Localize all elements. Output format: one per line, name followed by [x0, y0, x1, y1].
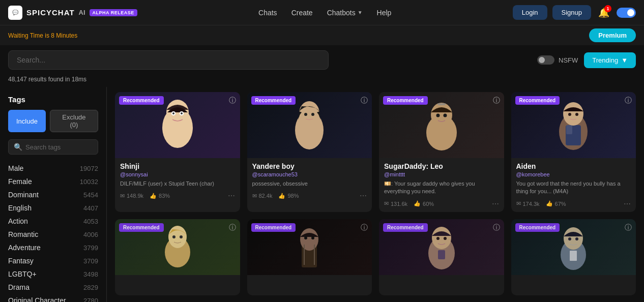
nav-create[interactable]: Create — [291, 9, 313, 17]
card-yandere-boy[interactable]: Recommended ⓘ Yandere boy @scaramouche53… — [247, 92, 372, 212]
more-icon-yandere[interactable]: ⋯ — [360, 192, 367, 200]
notification-button[interactable]: 🔔 1 — [596, 5, 611, 20]
nsfw-label: NSFW — [559, 56, 578, 64]
card-sugardaddy-leo[interactable]: Recommended ⓘ SugarDaddy: Leo @mintttt 💴… — [379, 92, 504, 212]
like-icon-shinji: 👍 — [150, 193, 157, 199]
svg-point-7 — [299, 101, 319, 126]
svg-point-26 — [300, 228, 318, 251]
card-row2-4[interactable]: Recommended ⓘ — [511, 219, 636, 295]
card-desc-yandere: possessive, obsessive — [252, 180, 367, 188]
card-name-leo: SugarDaddy: Leo — [384, 162, 499, 170]
card-author-yandere: @scaramouche53 — [252, 171, 367, 177]
card-image-yandere: Recommended ⓘ — [247, 92, 372, 158]
info-icon-row2-3[interactable]: ⓘ — [493, 223, 500, 232]
info-icon-shinji[interactable]: ⓘ — [229, 96, 236, 105]
info-icon-yandere[interactable]: ⓘ — [361, 96, 368, 105]
sidebar-title: Tags — [8, 95, 98, 104]
card-author-shinji: @sonnysai — [120, 171, 235, 177]
tag-item-action[interactable]: Action 4053 — [8, 215, 98, 228]
svg-point-12 — [436, 114, 440, 117]
include-exclude: Include Exclude (0) — [8, 110, 98, 132]
tag-item-drama[interactable]: Drama 2829 — [8, 281, 98, 294]
tag-item-lgbtq[interactable]: LGBTQ+ 3498 — [8, 267, 98, 281]
login-button[interactable]: Login — [513, 5, 547, 20]
logo-text: SPICYCHAT — [26, 8, 75, 17]
card-image-row2-3: Recommended ⓘ — [379, 219, 504, 275]
svg-point-19 — [575, 113, 578, 116]
info-icon-aiden[interactable]: ⓘ — [625, 96, 632, 105]
info-icon-leo[interactable]: ⓘ — [493, 96, 500, 105]
tag-item-original-character[interactable]: Original Character 2780 — [8, 294, 98, 302]
tag-item-fantasy[interactable]: Fantasy 3709 — [8, 254, 98, 267]
card-row2-3[interactable]: Recommended ⓘ — [379, 219, 504, 295]
card-desc-aiden: You got word that the nerd you bully has… — [516, 180, 631, 196]
like-icon-leo: 👍 — [414, 200, 421, 207]
svg-rect-40 — [570, 251, 577, 261]
svg-point-9 — [311, 113, 314, 116]
search-tags-input[interactable] — [25, 143, 107, 151]
nav-chats[interactable]: Chats — [258, 9, 277, 17]
badge-row2-1: Recommended — [119, 223, 164, 232]
badge-row2-2: Recommended — [251, 223, 296, 232]
search-input-wrap — [8, 50, 329, 70]
tag-item-english[interactable]: English 4407 — [8, 201, 98, 215]
more-icon-aiden[interactable]: ⋯ — [624, 200, 631, 208]
tag-list: Male 19072 Female 10032 Dominant 5454 En… — [8, 162, 98, 302]
card-body-aiden: Aiden @komorebee You got word that the n… — [511, 158, 636, 212]
badge-yandere: Recommended — [251, 96, 296, 105]
tag-item-male[interactable]: Male 19072 — [8, 162, 98, 175]
tag-item-dominant[interactable]: Dominant 5454 — [8, 188, 98, 201]
premium-button[interactable]: Premium — [589, 28, 636, 42]
exclude-button[interactable]: Exclude (0) — [50, 110, 98, 132]
logo-icon: 💬 — [8, 6, 22, 20]
card-row2-1[interactable]: Recommended ⓘ — [115, 219, 240, 295]
svg-point-13 — [443, 114, 447, 117]
info-icon-row2-1[interactable]: ⓘ — [229, 223, 236, 232]
include-button[interactable]: Include — [8, 110, 46, 132]
badge-leo: Recommended — [383, 96, 428, 105]
svg-rect-20 — [566, 125, 572, 134]
more-icon-shinji[interactable]: ⋯ — [228, 192, 235, 200]
search-input[interactable] — [8, 50, 329, 70]
card-body-row2-1 — [115, 275, 240, 295]
svg-point-11 — [431, 103, 452, 127]
like-icon-aiden: 👍 — [546, 200, 553, 207]
info-icon-row2-2[interactable]: ⓘ — [361, 223, 368, 232]
sidebar: Tags Include Exclude (0) 🔍 Reset Male 19… — [0, 87, 107, 302]
more-icon-leo[interactable]: ⋯ — [492, 200, 499, 208]
card-row2-2[interactable]: Recommended ⓘ — [247, 219, 372, 295]
theme-toggle[interactable] — [617, 8, 636, 18]
card-shinji[interactable]: Recommended ⓘ Shinji @sonnysai DILF/MILF… — [115, 92, 240, 212]
card-desc-leo: 💴: Your sugar daddy who gives you everyt… — [384, 180, 499, 196]
card-name-yandere: Yandere boy — [252, 162, 367, 170]
card-image-aiden: Recommended ⓘ — [511, 92, 636, 158]
svg-rect-35 — [438, 250, 445, 259]
card-image-row2-1: Recommended ⓘ — [115, 219, 240, 275]
svg-point-32 — [432, 227, 451, 249]
trending-button[interactable]: Trending ▼ — [584, 52, 636, 68]
waiting-time: Waiting Time is 8 Minutes — [8, 32, 77, 39]
card-body-leo: SugarDaddy: Leo @mintttt 💴: Your sugar d… — [379, 158, 504, 212]
tag-item-female[interactable]: Female 10032 — [8, 175, 98, 188]
svg-point-38 — [568, 237, 571, 240]
svg-point-18 — [568, 113, 571, 116]
tag-item-adventure[interactable]: Adventure 3799 — [8, 241, 98, 254]
message-icon-yandere: ✉ — [252, 193, 257, 199]
message-icon-leo: ✉ — [384, 200, 389, 207]
svg-point-17 — [563, 102, 583, 126]
card-aiden[interactable]: Recommended ⓘ Aiden @komorebee You got w… — [511, 92, 636, 212]
nav-help[interactable]: Help — [377, 9, 392, 17]
nsfw-toggle-area: NSFW — [537, 55, 578, 65]
nav-chatbots[interactable]: Chatbots ▼ — [327, 9, 363, 17]
signup-button[interactable]: Signup — [552, 5, 591, 20]
svg-point-4 — [172, 112, 174, 114]
svg-rect-14 — [437, 103, 446, 105]
card-image-row2-4: Recommended ⓘ — [511, 219, 636, 275]
nsfw-toggle[interactable] — [537, 55, 554, 65]
badge-row2-3: Recommended — [383, 223, 428, 232]
card-body-row2-4 — [511, 275, 636, 295]
info-icon-row2-4[interactable]: ⓘ — [625, 223, 632, 232]
logo-area: 💬 SPICYCHAT AI ALPHA RELEASE — [8, 6, 137, 20]
tag-item-romantic[interactable]: Romantic 4006 — [8, 228, 98, 241]
card-body-row2-2 — [247, 275, 372, 295]
